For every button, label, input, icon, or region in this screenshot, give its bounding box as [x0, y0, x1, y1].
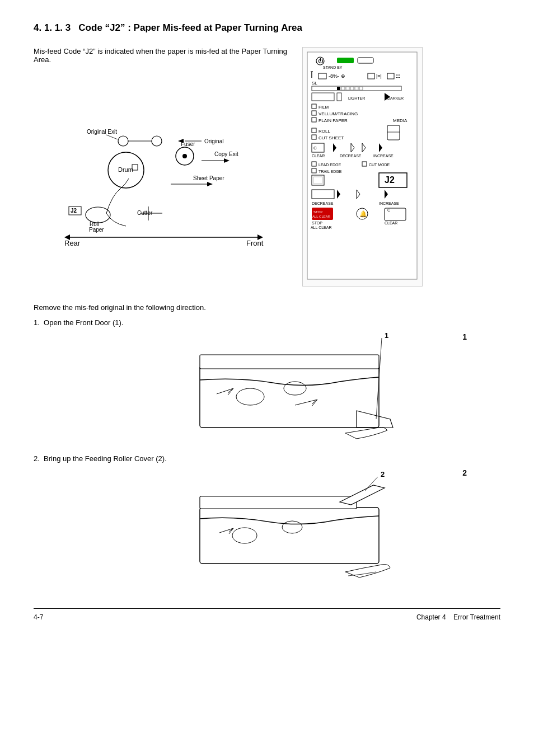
- svg-text:SL: SL: [312, 81, 317, 86]
- svg-marker-20: [224, 158, 229, 163]
- svg-text:ROLL: ROLL: [318, 129, 330, 134]
- svg-text:LEAD EDGE: LEAD EDGE: [318, 163, 341, 167]
- footer-chapter-section: Chapter 4 Error Treatment: [416, 613, 500, 621]
- svg-text:DECREASE: DECREASE: [312, 201, 334, 205]
- svg-rect-113: [200, 508, 379, 564]
- svg-text:1: 1: [385, 332, 388, 340]
- svg-rect-36: [337, 58, 354, 63]
- svg-text:Paper: Paper: [89, 227, 104, 233]
- svg-text:LIGHTER: LIGHTER: [348, 96, 365, 100]
- control-panel-svg: ⏻ STAND BY Ī -8%- ⊕ |≡| ☷ SL: [306, 51, 418, 280]
- svg-text:C: C: [313, 145, 317, 151]
- machine-diagram-svg: Rear Front Roll Paper Cutter J2 Drum Fus…: [34, 75, 291, 265]
- svg-text:Front: Front: [246, 239, 264, 247]
- svg-text:C: C: [387, 208, 390, 212]
- svg-text:2: 2: [381, 470, 385, 478]
- step-2-svg: 2: [183, 468, 396, 591]
- svg-rect-48: [337, 87, 340, 90]
- svg-text:PLAIN PAPER: PLAIN PAPER: [318, 118, 348, 123]
- control-panel: ⏻ STAND BY Ī -8%- ⊕ |≡| ☷ SL: [302, 47, 425, 287]
- svg-rect-107: [200, 366, 379, 428]
- svg-text:FILM: FILM: [318, 105, 329, 110]
- svg-text:Original: Original: [204, 138, 223, 144]
- svg-text:ALL CLEAR: ALL CLEAR: [312, 215, 331, 218]
- step-2-text: 2. Bring up the Feeding Roller Cover (2)…: [34, 454, 500, 463]
- svg-text:⏻: ⏻: [318, 58, 324, 64]
- svg-text:VELLUM/TRACING: VELLUM/TRACING: [318, 111, 358, 116]
- remove-instruction: Remove the mis-fed original in the follo…: [34, 303, 500, 312]
- svg-text:INCREASE: INCREASE: [373, 154, 394, 158]
- svg-text:Ī: Ī: [311, 71, 313, 79]
- svg-text:Drum: Drum: [118, 166, 133, 173]
- svg-text:INCREASE: INCREASE: [379, 201, 399, 205]
- step-2: 2. Bring up the Feeding Roller Cover (2)…: [34, 454, 500, 591]
- step-1-text: 1. Open the Front Door (1).: [34, 318, 500, 327]
- svg-text:TRAIL EDGE: TRAIL EDGE: [318, 170, 342, 173]
- svg-text:DECREASE: DECREASE: [340, 154, 362, 158]
- svg-point-17: [182, 154, 187, 158]
- step-1-svg: 1: [183, 332, 396, 444]
- svg-text:MEDIA: MEDIA: [393, 118, 407, 123]
- svg-text:🔔: 🔔: [359, 210, 367, 218]
- svg-text:☷: ☷: [396, 73, 400, 79]
- svg-text:Sheet Paper: Sheet Paper: [193, 175, 224, 181]
- svg-line-26: [106, 135, 118, 139]
- svg-point-5: [86, 207, 110, 223]
- intro-text: Mis-feed Code “J2” is indicated when the…: [34, 47, 291, 64]
- svg-text:|≡|: |≡|: [376, 73, 382, 79]
- svg-text:CLEAR: CLEAR: [312, 154, 325, 158]
- svg-rect-108: [200, 355, 379, 369]
- svg-text:J2: J2: [71, 208, 77, 214]
- svg-text:STOP: STOP: [313, 210, 322, 214]
- step-1: 1. Open the Front Door (1). 1 1: [34, 318, 500, 444]
- svg-text:DARKER: DARKER: [387, 96, 404, 100]
- step-1-callout: 1: [462, 332, 467, 341]
- machine-diagram: Mis-feed Code “J2” is indicated when the…: [34, 47, 291, 267]
- footer: 4-7 Chapter 4 Error Treatment: [34, 608, 500, 621]
- svg-text:STAND BY: STAND BY: [323, 65, 343, 69]
- svg-marker-23: [207, 182, 213, 186]
- svg-text:ALL CLEAR: ALL CLEAR: [311, 226, 331, 229]
- step-1-image: 1 1: [78, 332, 500, 444]
- svg-text:Rear: Rear: [64, 239, 81, 247]
- svg-point-27: [118, 136, 128, 146]
- svg-text:Original Exit: Original Exit: [87, 129, 117, 135]
- svg-text:J2: J2: [385, 175, 395, 185]
- svg-text:STOP: STOP: [312, 221, 322, 225]
- step-2-callout: 2: [462, 468, 467, 477]
- svg-text:CUT MODE: CUT MODE: [369, 163, 390, 167]
- svg-text:-8%- ⊕: -8%- ⊕: [329, 73, 345, 79]
- section-title: 4. 1. 1. 3 Code “J2” : Paper Mis-feed at…: [34, 22, 500, 34]
- step-2-image: 2 2: [78, 468, 500, 591]
- footer-page-number: 4-7: [34, 613, 43, 621]
- svg-rect-114: [200, 496, 357, 509]
- svg-text:CUT SHEET: CUT SHEET: [318, 135, 344, 140]
- svg-text:CLEAR: CLEAR: [385, 221, 397, 225]
- svg-text:Copy Exit: Copy Exit: [214, 151, 238, 157]
- svg-point-28: [152, 136, 162, 146]
